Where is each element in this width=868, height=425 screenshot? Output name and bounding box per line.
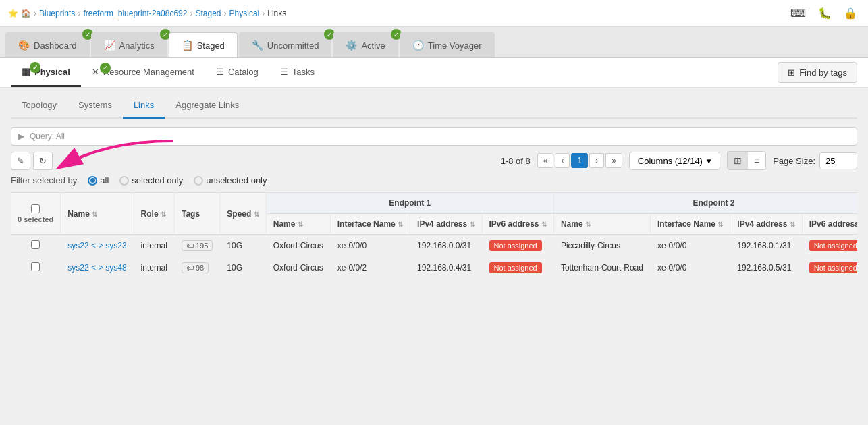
next-page-btn[interactable]: ›: [589, 153, 604, 168]
breadcrumb-current: Links: [267, 9, 286, 18]
breadcrumb-blueprint-id[interactable]: freeform_blueprint-2a08c692: [83, 9, 187, 18]
pagination-info: 1-8 of 8: [501, 156, 531, 166]
ep1-name-header[interactable]: Name ⇅: [266, 214, 330, 235]
tab-active[interactable]: ✓ ⚙️ Active: [333, 32, 398, 57]
resource-mgmt-label: Resource Management: [103, 67, 194, 77]
ep2-ipv6-header[interactable]: IPv6 address ⇅: [802, 214, 857, 235]
row-name-1[interactable]: sys22 <-> sys48: [61, 257, 134, 279]
staged-label: Staged: [197, 40, 225, 51]
refresh-button[interactable]: ↻: [33, 152, 53, 170]
tab-staged[interactable]: 📋 Staged: [169, 32, 238, 57]
find-by-tags-label: Find by tags: [799, 67, 847, 78]
select-all-checkbox[interactable]: [31, 204, 40, 213]
all-radio-circle: [88, 176, 97, 186]
ep2-ipv4-header[interactable]: IPv4 address ⇅: [730, 214, 802, 235]
sub-tab-physical[interactable]: ✓ ▦ Physical: [11, 58, 81, 87]
row-name-0[interactable]: sys22 <-> sys23: [61, 235, 134, 257]
list-view-btn[interactable]: ≡: [748, 152, 765, 169]
home-icon[interactable]: ⭐: [8, 9, 18, 18]
top-icons-group: ⌨ 🐛 🔒: [788, 4, 860, 22]
filter-selected-option[interactable]: selected only: [119, 175, 183, 186]
endpoint2-header: Endpoint 2: [553, 193, 857, 214]
inner-tab-links[interactable]: Links: [123, 93, 165, 119]
active-label: Active: [361, 40, 385, 51]
row-checkbox-cell: [11, 257, 61, 279]
catalog-icon: ☰: [216, 67, 224, 77]
last-page-btn[interactable]: »: [605, 153, 622, 168]
columns-button[interactable]: Columns (12/14) ▾: [629, 152, 720, 170]
uncommitted-icon: 🔧: [252, 40, 263, 51]
edit-icon: ✎: [17, 156, 24, 166]
col-role-header[interactable]: Role ⇅: [134, 193, 174, 235]
main-content: Topology Systems Links Aggregate Links ▶…: [0, 93, 868, 279]
ep1-ipv6-header[interactable]: IPv6 address ⇅: [482, 214, 553, 235]
inner-tab-topology[interactable]: Topology: [11, 93, 67, 119]
top-bar: ⭐ 🏠 › Blueprints › freeform_blueprint-2a…: [0, 0, 868, 27]
resource-mgmt-icon: ✕: [92, 67, 99, 77]
first-page-btn[interactable]: «: [537, 153, 554, 168]
row-checkbox-cell: [11, 235, 61, 257]
row-ep2-ipv6-0: Not assigned: [802, 235, 857, 257]
filter-icon: ⊞: [788, 67, 795, 78]
row-ep2-ipv4-0: 192.168.0.1/31: [730, 235, 802, 257]
sub-nav-tabs: ✓ ▦ Physical ✓ ✕ Resource Management ☰ C…: [11, 58, 325, 87]
physical-check: ✓: [30, 62, 40, 73]
query-bar: ▶ Query: All: [11, 127, 857, 146]
terminal-icon-btn[interactable]: ⌨: [788, 4, 809, 22]
col-tags-header: Tags: [174, 193, 219, 235]
breadcrumb-physical[interactable]: Physical: [229, 9, 260, 18]
breadcrumb-staged[interactable]: Staged: [195, 9, 221, 18]
ep1-ipv4-header[interactable]: IPv4 address ⇅: [410, 214, 482, 235]
row-ep1-ipv6-1: Not assigned: [482, 257, 553, 279]
row-checkbox-1[interactable]: [31, 262, 40, 271]
sub-nav: ✓ ▦ Physical ✓ ✕ Resource Management ☰ C…: [0, 58, 868, 88]
col-name-header[interactable]: Name ⇅: [61, 193, 134, 235]
ep1-iface-header[interactable]: Interface Name ⇅: [330, 214, 410, 235]
edit-button[interactable]: ✎: [11, 152, 30, 170]
row-speed-0: 10G: [220, 235, 266, 257]
refresh-icon: ↻: [39, 156, 47, 166]
filter-all-option[interactable]: all: [88, 175, 109, 186]
tab-dashboard[interactable]: ✓ 🎨 Dashboard: [5, 32, 90, 57]
ep2-iface-header[interactable]: Interface Name ⇅: [650, 214, 730, 235]
grid-view-btn[interactable]: ⊞: [728, 152, 748, 169]
tab-analytics[interactable]: ✓ 📈 Analytics: [91, 32, 167, 57]
breadcrumb-blueprints[interactable]: Blueprints: [39, 9, 75, 18]
prev-page-btn[interactable]: ‹: [555, 153, 570, 168]
table-row: sys22 <-> sys48 internal 🏷 98 10G Oxford…: [11, 257, 857, 279]
sub-tab-catalog[interactable]: ☰ Catalog: [205, 59, 269, 87]
view-toggle: ⊞ ≡: [727, 151, 766, 170]
inner-tab-aggregate-links[interactable]: Aggregate Links: [165, 93, 250, 119]
main-nav: ✓ 🎨 Dashboard ✓ 📈 Analytics 📋 Staged ✓ 🔧…: [0, 27, 868, 58]
bug-icon-btn[interactable]: 🐛: [815, 4, 834, 22]
inner-tabs: Topology Systems Links Aggregate Links: [11, 93, 857, 119]
query-expand-icon[interactable]: ▶: [18, 132, 24, 141]
resource-mgmt-check: ✓: [100, 63, 111, 74]
lock-icon-btn[interactable]: 🔒: [841, 4, 860, 22]
inner-tab-systems[interactable]: Systems: [67, 93, 123, 119]
breadcrumb-home-icon[interactable]: 🏠: [21, 9, 31, 18]
sub-tab-tasks[interactable]: ☰ Tasks: [269, 59, 325, 87]
col-speed-header[interactable]: Speed ⇅: [220, 193, 266, 235]
page-size-select[interactable]: 25 50 100: [819, 152, 857, 169]
dashboard-label: Dashboard: [34, 40, 77, 51]
tab-uncommitted[interactable]: ✓ 🔧 Uncommitted: [239, 32, 332, 57]
ep2-name-header[interactable]: Name ⇅: [553, 214, 650, 235]
selected-count: 0 selected: [18, 215, 53, 223]
page-size-label: Page Size:: [773, 156, 815, 166]
tasks-label: Tasks: [292, 67, 315, 77]
filter-all-label: all: [100, 175, 109, 186]
catalog-label: Catalog: [228, 67, 259, 77]
tab-time-voyager[interactable]: 🕐 Time Voyager: [400, 32, 495, 57]
arrow-container: ✎ ↻ 1-8 of 8 « ‹ 1 › » Columns (12/14) ▾: [11, 151, 857, 170]
filter-unselected-option[interactable]: unselected only: [194, 175, 267, 186]
row-checkbox-0[interactable]: [31, 240, 40, 249]
toolbar-right: 1-8 of 8 « ‹ 1 › » Columns (12/14) ▾ ⊞ ≡: [501, 151, 857, 170]
page-1-btn[interactable]: 1: [571, 153, 588, 168]
query-input-wrap[interactable]: ▶ Query: All: [11, 127, 857, 146]
row-ep2-iface-0: xe-0/0/0: [650, 235, 730, 257]
page-size-wrap: Page Size: 25 50 100: [773, 152, 857, 169]
sub-tab-resource-mgmt[interactable]: ✓ ✕ Resource Management: [81, 59, 205, 87]
uncommitted-label: Uncommitted: [267, 40, 319, 51]
find-by-tags-button[interactable]: ⊞ Find by tags: [778, 62, 857, 83]
